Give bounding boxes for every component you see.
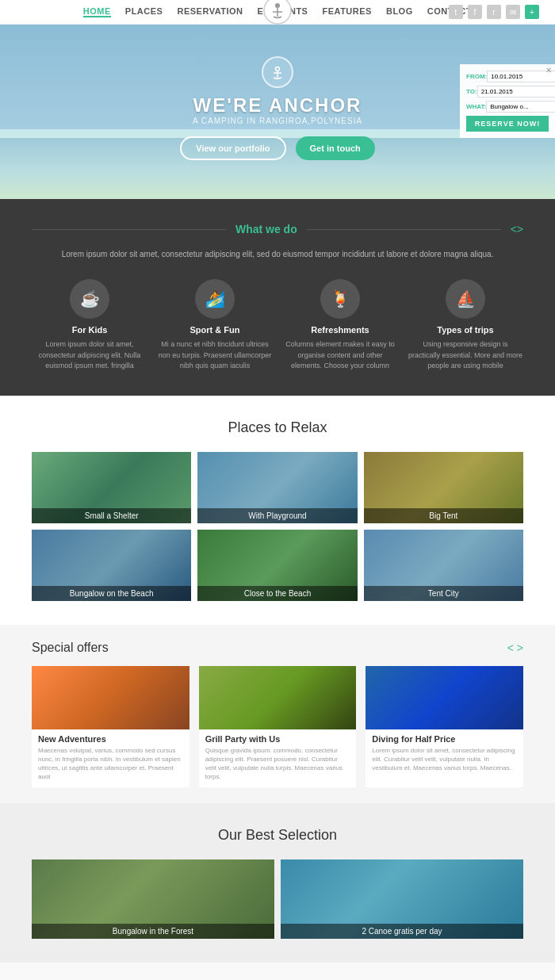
plus-icon[interactable]: + bbox=[525, 5, 539, 19]
offer-desc-1: Maecenas volutpat, varius, commodo sed c… bbox=[32, 746, 189, 788]
offer-item-2[interactable]: Grill Party with Us Quisque gravida ipsu… bbox=[199, 666, 357, 788]
reserve-button[interactable]: RESERVE NOW! bbox=[466, 116, 549, 132]
offers-title: Special offers bbox=[32, 641, 109, 655]
place-item-1[interactable]: Small a Shelter bbox=[32, 452, 191, 523]
sport-icon: 🏄 bbox=[195, 279, 235, 319]
nav-home[interactable]: HOME bbox=[83, 6, 111, 17]
kids-title: For Kids bbox=[32, 325, 147, 335]
refreshments-icon: 🍹 bbox=[320, 279, 360, 319]
refreshments-desc: Columns element makes it easy to organis… bbox=[282, 339, 398, 372]
places-section: Places to Relax Small a Shelter With Pla… bbox=[0, 396, 555, 625]
nav-blog[interactable]: BLOG bbox=[386, 6, 413, 17]
hero-anchor-icon bbox=[262, 56, 293, 88]
offers-grid: New Adventures Maecenas volutpat, varius… bbox=[32, 666, 523, 788]
places-title: Places to Relax bbox=[32, 419, 523, 436]
section-nav-arrows[interactable]: <> bbox=[511, 223, 523, 235]
place-item-4[interactable]: Bungalow on the Beach bbox=[32, 530, 191, 601]
trips-title: Types of trips bbox=[408, 325, 523, 335]
place-item-3[interactable]: Big Tent bbox=[364, 452, 523, 523]
facebook-icon[interactable]: f bbox=[468, 5, 482, 19]
feature-trips: ⛵ Types of trips Using responsive design… bbox=[408, 279, 523, 372]
feature-sport: 🏄 Sport & Fun Mi a nunc et nibh tincidun… bbox=[157, 279, 273, 372]
rss-icon[interactable]: r bbox=[487, 5, 501, 19]
offer-name-1: New Adventures bbox=[32, 729, 189, 746]
best-label-1: Bungalow in the Forest bbox=[32, 924, 274, 939]
place-item-2[interactable]: With Playground bbox=[197, 452, 357, 523]
place-item-6[interactable]: Tent City bbox=[364, 530, 523, 601]
twitter-icon[interactable]: t bbox=[449, 5, 463, 19]
offer-desc-3: Lorem ipsum dolor sit amet, consectetur … bbox=[366, 746, 523, 779]
hero-title: WE'RE ANCHOR bbox=[180, 94, 374, 117]
place-label-4: Bungalow on the Beach bbox=[32, 586, 191, 601]
best-title: Our Best Selection bbox=[32, 827, 523, 844]
refreshments-title: Refreshments bbox=[282, 325, 398, 335]
trips-icon: ⛵ bbox=[446, 279, 485, 319]
trips-desc: Using responsive design is practically e… bbox=[408, 339, 523, 372]
best-label-2: 2 Canoe gratis per day bbox=[281, 924, 523, 939]
feature-kids: ☕ For Kids Lorem ipsum dolor sit amet, c… bbox=[32, 279, 147, 372]
place-label-3: Big Tent bbox=[364, 508, 523, 523]
what-we-do-title: What we do bbox=[235, 223, 297, 235]
best-item-2[interactable]: 2 Canoe gratis per day bbox=[281, 859, 523, 939]
portfolio-button[interactable]: View our portfolio bbox=[180, 136, 285, 160]
to-date-input[interactable] bbox=[477, 86, 555, 98]
cta-section: Want to use our offers? Request a quote … bbox=[0, 963, 555, 980]
close-booking-button[interactable]: ✕ bbox=[545, 66, 552, 75]
place-label-5: Close to the Beach bbox=[197, 586, 357, 601]
sport-desc: Mi a nunc et nibh tincidunt ultrices non… bbox=[157, 339, 273, 372]
title-line-right bbox=[307, 229, 501, 230]
offer-image-2 bbox=[199, 666, 357, 729]
place-item-5[interactable]: Close to the Beach bbox=[197, 530, 357, 601]
offer-name-3: Diving for Half Price bbox=[366, 729, 523, 746]
sport-title: Sport & Fun bbox=[157, 325, 273, 335]
to-label: TO: bbox=[466, 88, 477, 95]
place-label-6: Tent City bbox=[364, 586, 523, 601]
svg-point-4 bbox=[276, 67, 280, 71]
svg-point-1 bbox=[275, 3, 280, 8]
features-grid: ☕ For Kids Lorem ipsum dolor sit amet, c… bbox=[32, 279, 523, 372]
kids-desc: Lorem ipsum dolor sit amet, consectetur … bbox=[32, 339, 147, 372]
hero-buttons: View our portfolio Get in touch bbox=[180, 136, 374, 160]
places-grid: Small a Shelter With Playground Big Tent… bbox=[32, 452, 523, 601]
contact-button[interactable]: Get in touch bbox=[296, 136, 375, 160]
what-we-do-subtitle: Lorem ipsum dolor sit amet, consectetur … bbox=[32, 248, 523, 260]
offers-header: Special offers < > bbox=[32, 641, 523, 655]
special-offers-section: Special offers < > New Adventures Maecen… bbox=[0, 625, 555, 804]
offer-item-1[interactable]: New Adventures Maecenas volutpat, varius… bbox=[32, 666, 189, 788]
what-input[interactable] bbox=[486, 101, 555, 113]
offer-image-1 bbox=[32, 666, 189, 729]
booking-widget: ✕ FROM: 📅 TO: 📅 WHAT: RESERVE NOW! bbox=[460, 64, 555, 138]
hero-subtitle: A CAMPING IN RANGIROA,POLYNESIA bbox=[180, 117, 374, 125]
what-we-do-section: What we do <> Lorem ipsum dolor sit amet… bbox=[0, 199, 555, 396]
offer-item-3[interactable]: Diving for Half Price Lorem ipsum dolor … bbox=[366, 666, 523, 788]
nav-features[interactable]: FEATURES bbox=[322, 6, 371, 17]
from-label: FROM: bbox=[466, 73, 487, 80]
title-line-left bbox=[32, 229, 226, 230]
site-logo[interactable] bbox=[263, 0, 292, 28]
place-label-1: Small a Shelter bbox=[32, 508, 191, 523]
envelope-icon[interactable]: ✉ bbox=[506, 5, 520, 19]
place-label-2: With Playground bbox=[197, 508, 357, 523]
social-icons: t f r ✉ + bbox=[449, 5, 539, 19]
offers-nav-arrows[interactable]: < > bbox=[507, 641, 523, 654]
feature-refreshments: 🍹 Refreshments Columns element makes it … bbox=[282, 279, 398, 372]
what-we-do-header: What we do <> bbox=[32, 223, 523, 235]
hero-content: WE'RE ANCHOR A CAMPING IN RANGIROA,POLYN… bbox=[180, 56, 374, 160]
nav-places[interactable]: PLACES bbox=[125, 6, 163, 17]
kids-icon: ☕ bbox=[70, 279, 109, 319]
navbar: HOME PLACES RESERVATION ELEMENTS FEATURE… bbox=[0, 0, 555, 25]
offer-desc-2: Quisque gravida ipsum. commodo, consecte… bbox=[199, 746, 357, 788]
offer-image-3 bbox=[366, 666, 523, 729]
offer-name-2: Grill Party with Us bbox=[199, 729, 357, 746]
what-label: WHAT: bbox=[466, 103, 486, 110]
best-grid: Bungalow in the Forest 2 Canoe gratis pe… bbox=[32, 859, 523, 939]
nav-reservation[interactable]: RESERVATION bbox=[177, 6, 243, 17]
best-selection-section: Our Best Selection Bungalow in the Fores… bbox=[0, 803, 555, 963]
best-item-1[interactable]: Bungalow in the Forest bbox=[32, 859, 274, 939]
hero-section: ✕ FROM: 📅 TO: 📅 WHAT: RESERVE NOW! WE'RE… bbox=[0, 25, 555, 199]
